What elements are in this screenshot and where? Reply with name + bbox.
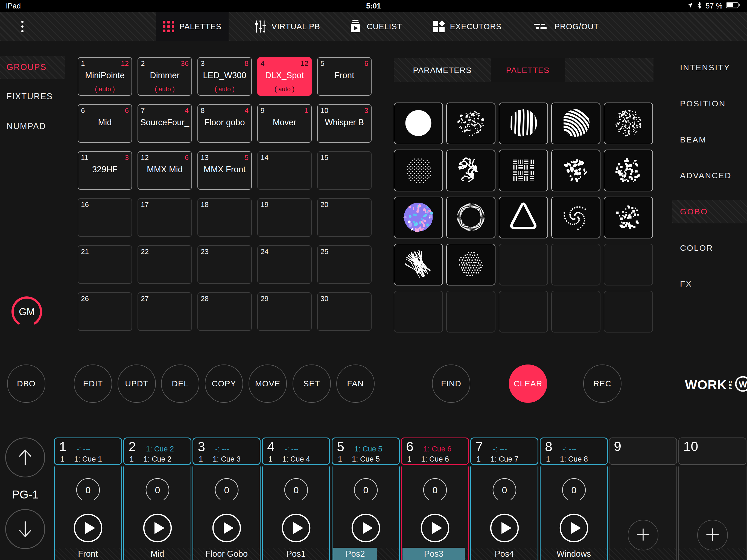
action-move-button[interactable]: MOVE bbox=[249, 364, 287, 403]
gobo-swatch-dot-field[interactable] bbox=[446, 244, 495, 285]
gobo-swatch-vertical-streaks[interactable] bbox=[499, 103, 548, 144]
group-cell-24[interactable]: 24 bbox=[257, 245, 312, 284]
grand-master-knob[interactable]: GM bbox=[10, 295, 44, 329]
gobo-swatch-speckle[interactable] bbox=[446, 103, 495, 144]
play-button[interactable] bbox=[351, 513, 381, 544]
group-cell-18[interactable]: 18 bbox=[198, 198, 252, 237]
gobo-swatch-digital-blocks[interactable] bbox=[604, 150, 653, 192]
group-cell-19[interactable]: 19 bbox=[257, 198, 312, 237]
play-button[interactable] bbox=[281, 513, 311, 544]
playback-header[interactable]: 61: Cue 611: Cue 6 bbox=[401, 437, 469, 465]
gobo-swatch-empty[interactable] bbox=[394, 291, 443, 332]
sidebar-item-fixtures[interactable]: FIXTURES bbox=[0, 85, 65, 108]
group-cell-16[interactable]: 16 bbox=[78, 198, 132, 237]
playback-knob[interactable]: 0 bbox=[282, 476, 310, 505]
add-playback-button[interactable] bbox=[628, 520, 659, 551]
play-button[interactable] bbox=[559, 513, 589, 544]
group-cell-7[interactable]: 74SourceFour_ bbox=[137, 104, 192, 143]
group-cell-6[interactable]: 66Mid bbox=[78, 104, 132, 143]
play-button[interactable] bbox=[143, 513, 173, 544]
action-set-button[interactable]: SET bbox=[292, 364, 331, 403]
playback-knob[interactable]: 0 bbox=[144, 476, 171, 505]
tab-executors[interactable]: EXECUTORS bbox=[426, 12, 509, 41]
group-cell-21[interactable]: 21 bbox=[78, 245, 132, 284]
group-cell-14[interactable]: 14 bbox=[257, 151, 312, 190]
gobo-swatch-triskelion-dots[interactable] bbox=[551, 197, 600, 238]
action-updt-button[interactable]: UPDT bbox=[118, 364, 156, 403]
group-cell-25[interactable]: 25 bbox=[317, 245, 371, 284]
play-button[interactable] bbox=[73, 513, 103, 544]
tab-cuelist[interactable]: CUELIST bbox=[338, 12, 413, 41]
gobo-swatch-basket-weave[interactable] bbox=[499, 150, 548, 192]
group-cell-30[interactable]: 30 bbox=[317, 292, 371, 331]
kebab-menu-icon[interactable] bbox=[14, 12, 31, 41]
parameter-category-intensity[interactable]: INTENSITY bbox=[672, 56, 747, 79]
group-cell-10[interactable]: 103Whisper B bbox=[317, 104, 371, 143]
group-cell-11[interactable]: 113329HF bbox=[78, 151, 132, 190]
playback-header-empty[interactable]: 10 bbox=[678, 437, 746, 465]
gobo-swatch-empty[interactable] bbox=[551, 244, 600, 285]
group-cell-23[interactable]: 23 bbox=[198, 245, 252, 284]
play-button[interactable] bbox=[489, 513, 519, 544]
playback-header[interactable]: 51: Cue 511: Cue 5 bbox=[332, 437, 400, 465]
palette-tab-palettes[interactable]: PALETTES bbox=[491, 58, 565, 82]
group-cell-2[interactable]: 236Dimmer( auto ) bbox=[137, 57, 192, 96]
playback-header[interactable]: 3-: ---11: Cue 3 bbox=[192, 437, 261, 465]
group-cell-9[interactable]: 91Mover bbox=[257, 104, 312, 143]
action-copy-button[interactable]: COPY bbox=[205, 364, 243, 403]
gobo-swatch-maze-lines[interactable] bbox=[446, 150, 495, 192]
action-fan-button[interactable]: FAN bbox=[336, 364, 375, 403]
gobo-swatch-empty[interactable] bbox=[604, 244, 653, 285]
playback-header[interactable]: 1-: ---11: Cue 1 bbox=[54, 437, 122, 465]
parameter-category-beam[interactable]: BEAM bbox=[672, 128, 747, 152]
group-cell-20[interactable]: 20 bbox=[317, 198, 371, 237]
gobo-swatch-empty[interactable] bbox=[446, 291, 495, 332]
action-find-button[interactable]: FIND bbox=[432, 364, 470, 403]
action-clear-button[interactable]: CLEAR bbox=[509, 364, 547, 403]
group-cell-3[interactable]: 38LED_W300( auto ) bbox=[198, 57, 252, 96]
add-playback-button[interactable] bbox=[697, 520, 728, 551]
sidebar-item-numpad[interactable]: NUMPAD bbox=[0, 115, 65, 138]
group-cell-8[interactable]: 84Floor gobo bbox=[198, 104, 252, 143]
action-rec-button[interactable]: REC bbox=[583, 364, 621, 403]
group-cell-13[interactable]: 135MMX Front bbox=[198, 151, 252, 190]
group-cell-28[interactable]: 28 bbox=[198, 292, 252, 331]
playback-knob[interactable]: 0 bbox=[560, 476, 588, 505]
gobo-swatch-dense-speckle[interactable] bbox=[604, 103, 653, 144]
parameter-category-position[interactable]: POSITION bbox=[672, 92, 747, 116]
playback-header-empty[interactable]: 9 bbox=[609, 437, 677, 465]
sidebar-item-groups[interactable]: GROUPS bbox=[0, 56, 65, 79]
group-cell-12[interactable]: 126MMX Mid bbox=[137, 151, 192, 190]
parameter-category-advanced[interactable]: ADVANCED bbox=[672, 164, 747, 187]
group-cell-22[interactable]: 22 bbox=[137, 245, 192, 284]
parameter-category-fx[interactable]: FX bbox=[672, 272, 747, 296]
parameter-category-color[interactable]: COLOR bbox=[672, 236, 747, 260]
gobo-swatch-empty[interactable] bbox=[499, 291, 548, 332]
group-cell-5[interactable]: 56Front bbox=[317, 57, 371, 96]
playback-knob[interactable]: 0 bbox=[421, 476, 449, 505]
playback-header[interactable]: 8-: ---11: Cue 8 bbox=[540, 437, 608, 465]
group-cell-27[interactable]: 27 bbox=[137, 292, 192, 331]
gobo-swatch-mesh-dots[interactable] bbox=[394, 150, 443, 192]
playback-header[interactable]: 7-: ---11: Cue 7 bbox=[470, 437, 538, 465]
group-cell-29[interactable]: 29 bbox=[257, 292, 312, 331]
page-up-button[interactable] bbox=[5, 437, 45, 478]
gobo-swatch-empty[interactable] bbox=[551, 291, 600, 332]
parameter-category-gobo[interactable]: GOBO bbox=[672, 200, 747, 223]
playback-knob[interactable]: 0 bbox=[352, 476, 380, 505]
play-button[interactable] bbox=[420, 513, 450, 544]
gobo-swatch-scatter-blobs[interactable] bbox=[551, 150, 600, 192]
group-cell-15[interactable]: 15 bbox=[317, 151, 371, 190]
gobo-swatch-triangle-outline[interactable] bbox=[499, 197, 548, 238]
tab-virtual-pb[interactable]: VIRTUAL PB bbox=[243, 12, 331, 41]
playback-header[interactable]: 4-: ---11: Cue 4 bbox=[262, 437, 330, 465]
palette-tab-parameters[interactable]: PARAMETERS bbox=[394, 58, 491, 82]
tab-palettes[interactable]: PALETTES bbox=[156, 12, 229, 41]
play-button[interactable] bbox=[212, 513, 242, 544]
group-cell-26[interactable]: 26 bbox=[78, 292, 132, 331]
gobo-swatch-curved-fan[interactable] bbox=[551, 103, 600, 144]
playback-knob[interactable]: 0 bbox=[491, 476, 518, 505]
action-dbo-button[interactable]: DBO bbox=[7, 364, 45, 403]
group-cell-17[interactable]: 17 bbox=[137, 198, 192, 237]
group-cell-1[interactable]: 112MiniPointe( auto ) bbox=[78, 57, 132, 96]
